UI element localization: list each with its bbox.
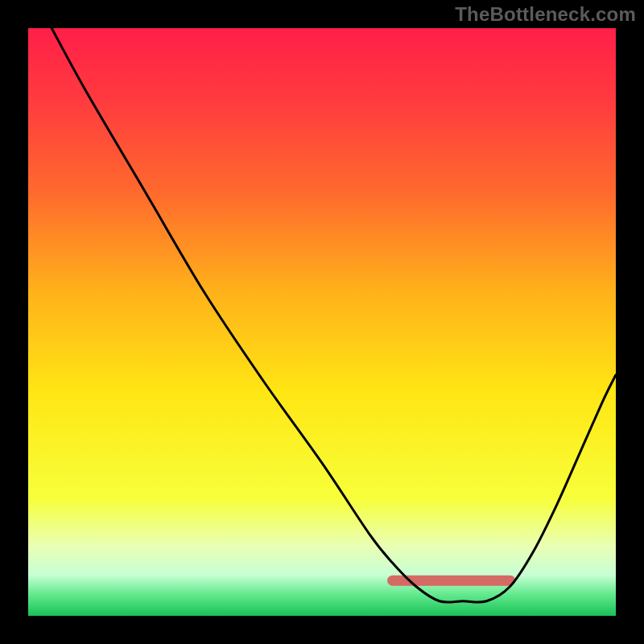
plot-background <box>28 28 616 616</box>
bottleneck-chart <box>0 0 644 644</box>
watermark-text: TheBottleneck.com <box>455 3 636 26</box>
chart-frame: TheBottleneck.com <box>0 0 644 644</box>
